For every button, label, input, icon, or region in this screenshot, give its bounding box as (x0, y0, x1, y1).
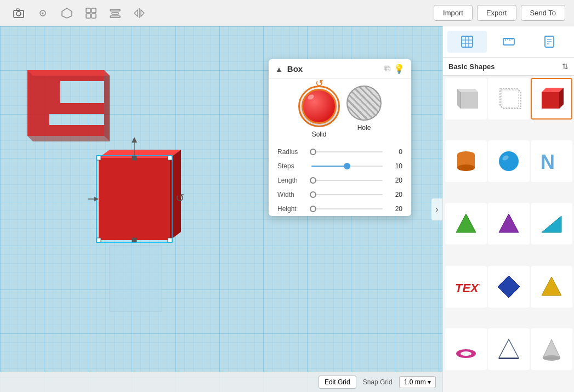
svg-marker-80 (509, 339, 519, 359)
point-icon[interactable] (33, 3, 53, 23)
svg-rect-36 (462, 36, 473, 47)
svg-rect-79 (499, 358, 519, 359)
param-slider-width[interactable] (311, 194, 383, 195)
svg-point-77 (461, 351, 471, 356)
svg-rect-24 (168, 156, 172, 160)
svg-rect-12 (110, 16, 120, 18)
param-value-height: 20 (389, 205, 402, 213)
svg-marker-15 (141, 10, 144, 16)
box-panel-icons: ⧉ 💡 (384, 64, 405, 74)
param-value-steps: 10 (389, 162, 402, 170)
param-value-radius: 0 (389, 148, 402, 156)
shape-thumb-box-grey2[interactable] (488, 78, 530, 120)
param-row-width: Width 20 (269, 188, 411, 202)
snap-grid-label: Snap Grid (363, 378, 393, 386)
toolbar-buttons: Import Export Send To (434, 5, 565, 21)
param-value-length: 20 (389, 177, 402, 184)
shapes-dropdown-label[interactable]: Basic Shapes (448, 63, 558, 71)
svg-rect-27 (132, 156, 137, 160)
camera-icon[interactable] (9, 3, 29, 23)
shape-thumb-pyramid-green[interactable] (445, 203, 487, 245)
shape-thumb-box-grey1[interactable] (445, 78, 487, 120)
shape-thumb-pyramid-yellow[interactable] (531, 266, 572, 308)
svg-rect-28 (132, 238, 137, 242)
svg-rect-26 (168, 238, 172, 242)
param-slider-steps[interactable] (311, 166, 383, 167)
viewport[interactable]: ↺ ▲ Box ⧉ 💡 (0, 26, 442, 392)
shape-thumb-box-red[interactable] (531, 78, 572, 120)
svg-marker-52 (461, 92, 478, 109)
shape-thumb-prism[interactable] (488, 328, 530, 370)
svg-text:↺: ↺ (175, 192, 185, 204)
shape-thumb-wedge[interactable] (531, 203, 572, 245)
svg-marker-16 (27, 70, 104, 136)
send-to-button[interactable]: Send To (521, 5, 565, 21)
svg-marker-54 (500, 89, 521, 109)
box-panel-collapse[interactable]: ▲ (275, 65, 283, 73)
mirror-icon[interactable] (129, 3, 149, 23)
svg-marker-5 (62, 8, 72, 18)
hole-option[interactable]: Hole (346, 86, 382, 138)
ruler-tab[interactable] (489, 31, 528, 53)
param-row-steps: Steps 10 (269, 159, 411, 173)
box-light-icon[interactable]: 💡 (394, 64, 405, 74)
svg-marker-51 (457, 89, 478, 92)
svg-marker-67 (499, 214, 519, 232)
solid-hole-row: ↺ Solid Hole (269, 79, 411, 145)
shape-thumb-torus[interactable] (445, 328, 487, 370)
svg-point-4 (42, 12, 44, 14)
import-button[interactable]: Import (434, 5, 473, 21)
shape-thumb-cone[interactable] (531, 328, 572, 370)
param-slider-length[interactable] (311, 180, 383, 181)
solid-circle (302, 89, 337, 124)
svg-rect-2 (16, 9, 19, 10)
svg-rect-20 (99, 158, 170, 240)
svg-marker-14 (134, 10, 138, 16)
param-slider-height[interactable] (311, 208, 383, 209)
param-label-steps: Steps (277, 162, 305, 170)
shape-thumb-cylinder[interactable] (445, 140, 487, 182)
param-value-width: 20 (389, 191, 402, 198)
svg-text:N: N (541, 151, 555, 173)
main-area: ↺ ▲ Box ⧉ 💡 (0, 26, 574, 392)
param-label-length: Length (277, 177, 305, 184)
shape-thumb-sphere[interactable] (488, 140, 530, 182)
group-icon[interactable] (81, 3, 101, 23)
svg-text:TEXT: TEXT (455, 281, 480, 295)
hole-circle (346, 86, 382, 121)
param-slider-radius[interactable] (311, 151, 383, 152)
top-toolbar: Import Export Send To (0, 0, 574, 26)
export-button[interactable]: Export (477, 5, 516, 21)
shape-thumb-text[interactable]: TEXT (445, 266, 487, 308)
solid-option[interactable]: ↺ Solid (298, 86, 340, 138)
shapes-grid: NTEXT (443, 76, 574, 392)
svg-marker-17 (27, 136, 110, 141)
snap-grid-value[interactable]: 1.0 mm ▾ (399, 376, 436, 388)
box-panel-header: ▲ Box ⧉ 💡 (269, 59, 411, 79)
svg-rect-8 (86, 14, 90, 18)
notes-tab[interactable] (530, 31, 570, 53)
svg-point-1 (16, 12, 21, 16)
svg-rect-6 (86, 8, 90, 13)
grid-tab[interactable] (447, 31, 487, 53)
shape-thumb-diamond[interactable] (488, 266, 530, 308)
svg-marker-72 (498, 276, 520, 298)
box-copy-icon[interactable]: ⧉ (384, 64, 390, 74)
align-icon[interactable] (105, 3, 125, 23)
svg-marker-81 (543, 339, 560, 358)
box-panel: ▲ Box ⧉ 💡 ↺ Solid (269, 59, 411, 216)
shapes-dropdown-icon[interactable]: ⇅ (562, 62, 569, 71)
viewport-right-arrow[interactable]: › (431, 198, 442, 220)
shape-icon[interactable] (57, 3, 77, 23)
param-label-height: Height (277, 205, 305, 213)
svg-rect-10 (110, 9, 120, 11)
svg-marker-18 (104, 70, 110, 141)
edit-grid-button[interactable]: Edit Grid (319, 376, 356, 389)
shape-thumb-pyramid-purple[interactable] (488, 203, 530, 245)
svg-point-62 (499, 151, 519, 171)
svg-rect-55 (501, 90, 519, 107)
shape-thumb-letter-n[interactable]: N (531, 140, 572, 182)
svg-marker-31 (132, 137, 137, 143)
param-label-radius: Radius (277, 148, 305, 156)
svg-rect-25 (96, 238, 101, 242)
